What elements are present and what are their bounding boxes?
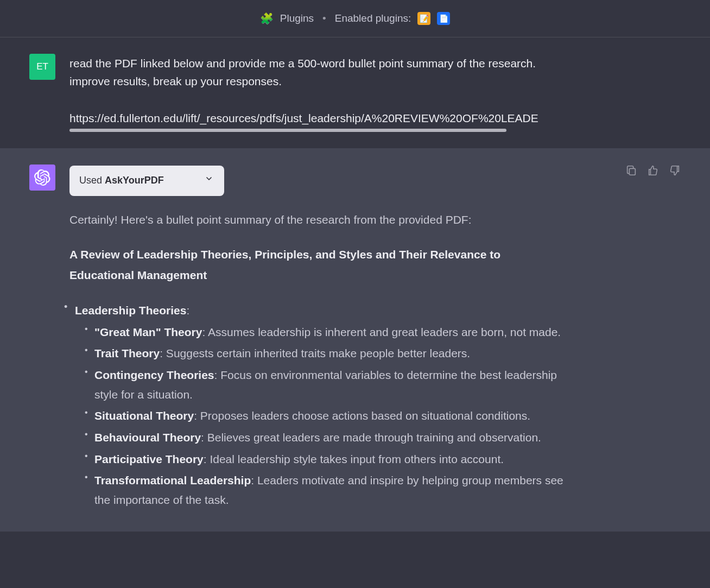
openai-logo-icon (34, 169, 50, 186)
assistant-message-content: Used AskYourPDF Certainly! Here's a bull… (69, 165, 563, 515)
assistant-body: Certainly! Here's a bullet point summary… (69, 210, 563, 510)
svg-rect-0 (629, 168, 635, 175)
term: Trait Theory (94, 347, 160, 359)
plugin-badge-1-icon[interactable]: 📝 (417, 12, 430, 25)
list-item: Transformational Leadership: Leaders mot… (94, 471, 563, 509)
list-item: "Great Man" Theory: Assumes leadership i… (94, 323, 563, 342)
plugins-header: 🧩 Plugins • Enabled plugins: 📝 📄 (0, 0, 710, 37)
enabled-plugins-label: Enabled plugins: (335, 12, 411, 24)
plugin-pill-name: AskYourPDF (105, 175, 164, 186)
url-scrollbar[interactable] (69, 129, 506, 132)
thumbs-up-icon[interactable] (647, 165, 659, 176)
puzzle-icon: 🧩 (260, 12, 274, 25)
list-item: Behavioural Theory: Believes great leade… (94, 428, 563, 447)
term: Participative Theory (94, 453, 204, 465)
assistant-intro-text: Certainly! Here's a bullet point summary… (69, 210, 563, 230)
assistant-message-row: Used AskYourPDF Certainly! Here's a bull… (0, 148, 710, 532)
desc: : Believes great leaders are made throug… (201, 431, 541, 444)
section-item: Leadership Theories: "Great Man" Theory:… (69, 301, 563, 510)
plugin-badge-2-icon[interactable]: 📄 (437, 12, 450, 25)
user-message-content: read the PDF linked below and provide me… (69, 54, 563, 132)
sub-bullet-list: "Great Man" Theory: Assumes leadership i… (75, 323, 563, 510)
user-message-row: ET read the PDF linked below and provide… (0, 37, 710, 148)
desc: : Suggests certain inherited traits make… (160, 347, 470, 359)
user-text-line-1: read the PDF linked below and provide me… (69, 55, 563, 73)
plugins-label: Plugins (280, 12, 314, 24)
desc: : Ideal leadership style takes input fro… (204, 453, 504, 465)
term: Behavioural Theory (94, 431, 201, 444)
thumbs-down-icon[interactable] (669, 165, 681, 176)
user-text-line-2: improve results, break up your responses… (69, 73, 563, 91)
list-item: Situational Theory: Proposes leaders cho… (94, 406, 563, 426)
plugin-pill-label: Used AskYourPDF (79, 173, 164, 188)
section-colon: : (186, 304, 189, 317)
user-avatar-initials: ET (36, 61, 48, 72)
desc: : Assumes leadership is inherent and gre… (202, 326, 561, 338)
user-avatar: ET (29, 54, 55, 80)
desc: : Proposes leaders choose actions based … (194, 409, 530, 422)
plugin-pill-used: Used (79, 175, 105, 186)
list-item: Participative Theory: Ideal leadership s… (94, 450, 563, 469)
term: Contingency Theories (94, 369, 214, 381)
plugin-used-pill[interactable]: Used AskYourPDF (69, 166, 224, 196)
list-item: Trait Theory: Suggests certain inherited… (94, 344, 563, 363)
term: Situational Theory (94, 409, 194, 422)
user-url-text[interactable]: https://ed.fullerton.edu/lift/_resources… (69, 110, 558, 128)
copy-icon[interactable] (625, 165, 637, 176)
message-actions (625, 165, 681, 176)
list-item: Contingency Theories: Focus on environme… (94, 365, 563, 404)
term: "Great Man" Theory (94, 326, 202, 338)
section-heading: Leadership Theories (75, 304, 186, 317)
document-title: A Review of Leadership Theories, Princip… (69, 244, 563, 286)
assistant-avatar (29, 165, 55, 191)
term: Transformational Leadership (94, 474, 251, 486)
chevron-down-icon (205, 174, 213, 187)
top-bullet-list: Leadership Theories: "Great Man" Theory:… (69, 301, 563, 510)
separator-dot: • (322, 12, 326, 24)
